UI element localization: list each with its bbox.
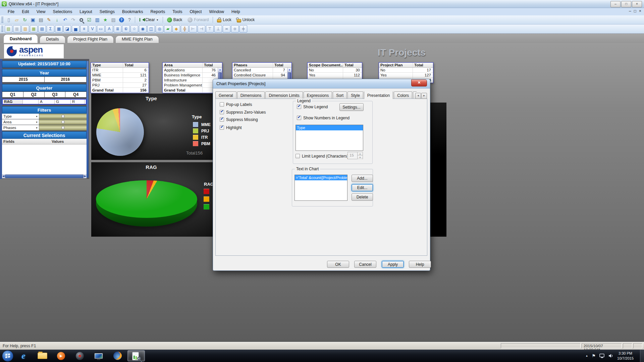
values-column-header[interactable]: Values <box>50 139 87 144</box>
taskbar-item-internet-explorer[interactable]: e <box>15 350 32 361</box>
menu-reports[interactable]: Reports <box>147 9 169 15</box>
grid-design-icon[interactable]: ╬ <box>181 25 189 33</box>
space-horizontal-icon[interactable]: ≍ <box>223 25 230 33</box>
slider-handle[interactable] <box>61 115 65 118</box>
scrollbar-thumb[interactable] <box>5 175 84 178</box>
align-top-icon[interactable]: ⊤ <box>206 25 214 33</box>
lock-button[interactable]: Lock <box>214 17 234 22</box>
reload-icon[interactable]: ↻ <box>21 16 29 23</box>
dialog-tab-dimensions[interactable]: Dimensions <box>237 92 265 99</box>
menu-file[interactable]: File <box>4 9 18 15</box>
scroll-right-icon[interactable]: ▶ <box>84 174 86 178</box>
toolbar-grip[interactable] <box>1 17 3 23</box>
menu-tools[interactable]: Tools <box>169 9 186 15</box>
sidebar-scrollbar[interactable] <box>87 61 89 178</box>
align-left-icon[interactable]: ⊢ <box>189 25 197 33</box>
limit-legend-checkbox[interactable]: Limit Legend (Characters) <box>296 154 348 159</box>
settings-button[interactable]: Settings... <box>339 103 364 111</box>
quarter-cell-q2[interactable]: Q2 <box>23 92 44 97</box>
filter-slider-area[interactable] <box>39 119 87 125</box>
network-icon[interactable] <box>599 354 605 358</box>
menu-bookmarks[interactable]: Bookmarks <box>118 9 147 15</box>
cancel-button[interactable]: Cancel <box>354 261 376 268</box>
text-in-chart-list[interactable]: ='Total' &count([Project/Problem <box>294 175 347 201</box>
sheet-props-icon[interactable]: ▦ <box>30 25 38 33</box>
show-legend-checkbox[interactable]: Show Legend <box>297 104 328 109</box>
show-desktop-button[interactable] <box>640 350 644 362</box>
checkbox-suppress-missing[interactable]: Suppress Missing <box>220 117 258 122</box>
search-icon[interactable] <box>77 16 85 23</box>
new-file-icon[interactable]: ▯ <box>5 16 13 23</box>
slider-handle[interactable] <box>61 126 65 129</box>
copy-sheet-icon[interactable]: ▨ <box>21 25 29 33</box>
menu-window[interactable]: Window <box>206 9 228 15</box>
tab-scroll-left-button[interactable]: ◀ <box>415 93 421 99</box>
year-cell-2015[interactable]: 2015 <box>2 77 44 82</box>
custom-object-icon[interactable]: ⑥ <box>122 25 130 33</box>
filter-dropdown-area[interactable]: Area▼ <box>2 119 39 125</box>
undo-icon[interactable]: ↶ <box>61 16 69 23</box>
legend-item-pbm[interactable]: PBM <box>193 141 210 146</box>
align-bottom-icon[interactable]: ⊥ <box>214 25 222 33</box>
adjust-objects-icon[interactable]: ╪ <box>239 25 247 33</box>
pivot-object-icon[interactable]: ◪ <box>63 25 71 33</box>
legend-list-item[interactable]: Type <box>296 125 363 130</box>
start-button[interactable] <box>2 350 13 362</box>
bookmark-object-icon[interactable]: ☆ <box>130 25 138 33</box>
space-vertical-icon[interactable]: ≎ <box>231 25 239 33</box>
rag-value-blank[interactable] <box>23 100 39 104</box>
dialog-tab-dimension-limits[interactable]: Dimension Limits <box>265 92 303 99</box>
search-object-icon[interactable]: ◉ <box>139 25 147 33</box>
gauge-object-icon[interactable]: ◎ <box>156 25 163 33</box>
dialog-tab-sort[interactable]: Sort <box>333 92 347 99</box>
volume-icon[interactable] <box>608 354 613 358</box>
edit-script-icon[interactable]: ✎ <box>45 16 53 23</box>
filter-dropdown-type[interactable]: Type▼ <box>2 114 39 119</box>
help-button[interactable]: Help <box>409 261 431 268</box>
current-selections-scrollbar[interactable]: ◀ ▶ <box>2 174 87 178</box>
slider-object-icon[interactable]: ≣ <box>114 25 121 33</box>
filter-slider-phases[interactable] <box>39 125 87 130</box>
add-bookmark-icon[interactable]: ★ <box>101 16 109 23</box>
limit-legend-spinner[interactable]: 15 ▲ ▼ <box>347 152 363 159</box>
selections-object-icon[interactable]: V <box>89 25 96 33</box>
container-object-icon[interactable]: ◫ <box>147 25 155 33</box>
multibox-object-icon[interactable]: ≡ <box>80 25 88 33</box>
show-numbers-in-legend-checkbox[interactable]: Show Numbers in Legend <box>297 115 350 120</box>
legend-item-g[interactable] <box>203 204 210 210</box>
spin-up-icon[interactable]: ▲ <box>358 152 363 156</box>
maximize-button[interactable]: □ <box>621 1 631 7</box>
ok-button[interactable]: OK <box>327 261 349 268</box>
whats-this-icon[interactable]: ? <box>125 16 133 23</box>
dialog-tab-colors[interactable]: Colors <box>394 92 412 99</box>
legend-item-mme[interactable]: MME <box>193 122 211 127</box>
align-right-icon[interactable]: ⊣ <box>198 25 205 33</box>
menu-settings[interactable]: Settings <box>96 9 118 15</box>
delete-button[interactable]: Delete <box>352 193 373 201</box>
taskbar-item-qlikview[interactable] <box>127 350 145 361</box>
listbox-object-icon[interactable]: ▤ <box>38 25 46 33</box>
save-icon[interactable]: ▣ <box>29 16 37 23</box>
redo-icon[interactable]: ↷ <box>69 16 77 23</box>
taskbar-item-file-explorer[interactable] <box>34 350 51 361</box>
type-pie[interactable] <box>96 108 144 156</box>
tab-scroll-right-button[interactable]: ▶ <box>421 93 427 99</box>
legend-item-prj[interactable]: PRJ <box>193 128 209 134</box>
quarter-cell-q4[interactable]: Q4 <box>65 92 86 97</box>
chart-object-icon[interactable]: ▅ <box>72 25 79 33</box>
sheet-tab-dashboard[interactable]: Dashboard <box>3 34 38 43</box>
rag-pie[interactable] <box>96 180 197 228</box>
button-object-icon[interactable]: ▭ <box>97 25 105 33</box>
checkbox-highlight[interactable]: Highlight <box>220 125 242 130</box>
year-cell-2016[interactable]: 2016 <box>45 77 87 82</box>
dialog-tab-general[interactable]: General <box>215 92 236 99</box>
dialog-title-bar[interactable]: Chart Properties [Projects] <box>213 79 430 88</box>
filter-dropdown-phases[interactable]: Phases▼ <box>2 125 39 130</box>
quarter-cell-q3[interactable]: Q3 <box>45 92 65 97</box>
taskbar-item-app-sphere[interactable] <box>71 350 89 361</box>
tray-expand-icon[interactable]: ▲ <box>585 354 588 357</box>
sheet-tab-details[interactable]: Details <box>40 36 65 43</box>
scroll-left-icon[interactable]: ◀ <box>2 174 4 178</box>
close-button[interactable]: × <box>632 1 642 7</box>
legend-dimension-list[interactable]: Type <box>296 125 363 151</box>
